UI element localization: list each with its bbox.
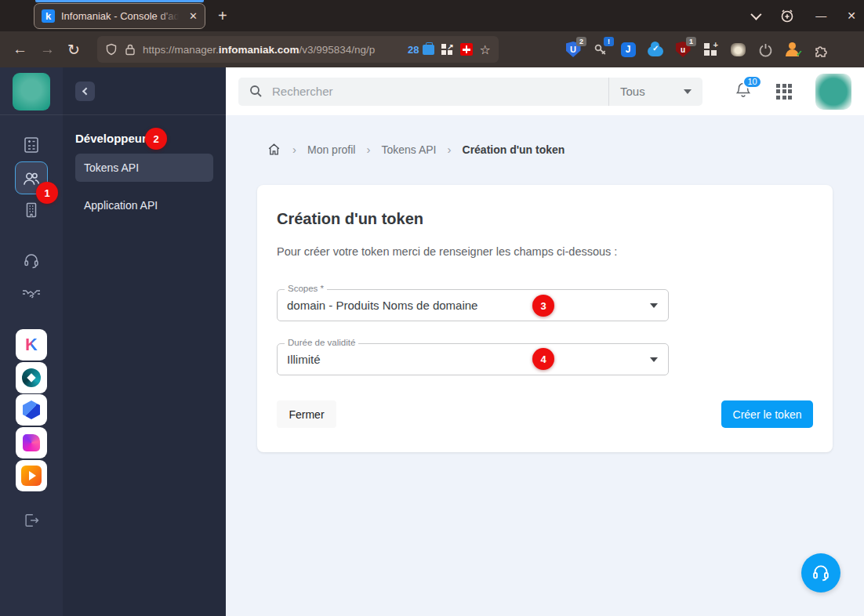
cloud-extension-icon[interactable]: ✓	[648, 42, 663, 57]
extension-row: U 2 ! J ✓ u 1 + ✓	[565, 42, 864, 57]
annotation-marker-3: 3	[532, 295, 554, 317]
user-avatar[interactable]	[815, 74, 851, 110]
browser-titlebar: k Infomaniak - Console d'adm ✕ + — ✕	[0, 0, 864, 31]
tab-title-fade	[157, 10, 179, 22]
browser-tab[interactable]: k Infomaniak - Console d'adm ✕	[34, 3, 205, 29]
close-button[interactable]: Fermer	[277, 400, 336, 428]
main-area: Tous 10 › Mon profi	[226, 67, 864, 616]
bookmark-star-icon[interactable]: ☆	[480, 42, 491, 57]
validity-label: Durée de validité	[285, 338, 358, 347]
app-shell: K Développeur Tokens API Application API	[0, 67, 864, 616]
headset-icon	[811, 563, 831, 583]
back-button[interactable]: ←	[13, 41, 27, 58]
token-creation-card: Création d'un token Pour créer votre tok…	[257, 185, 833, 452]
support-chat-button[interactable]	[801, 553, 840, 592]
app-teal-circle-icon[interactable]	[16, 362, 47, 393]
lock-icon[interactable]	[125, 43, 136, 56]
secondary-sidebar: Développeur Tokens API Application API	[63, 67, 226, 616]
partnership-handshake-icon[interactable]	[21, 287, 42, 303]
app-video-play-icon[interactable]	[16, 460, 47, 491]
breadcrumb-tokens-api[interactable]: Tokens API	[381, 143, 436, 156]
url-bar[interactable]: https://manager.infomaniak.com/v3/995834…	[97, 36, 499, 63]
logout-icon[interactable]	[23, 512, 40, 529]
swiss-flag-icon[interactable]	[460, 43, 473, 56]
alarm-clock-icon[interactable]	[779, 8, 795, 24]
search-bar[interactable]: Tous	[238, 78, 702, 106]
search-icon	[249, 85, 263, 98]
annotation-marker-4: 4	[532, 348, 554, 370]
blue-shield-extension-icon[interactable]: U 2	[565, 42, 581, 57]
minimize-button[interactable]: —	[815, 9, 826, 22]
support-headset-icon[interactable]	[22, 252, 41, 270]
chevron-right-icon: ›	[366, 143, 370, 156]
create-token-button[interactable]: Créer le token	[721, 400, 813, 428]
breadcrumb-current: Création d'un token	[463, 143, 565, 156]
products-calculator-icon[interactable]	[22, 136, 41, 154]
home-icon[interactable]	[267, 142, 281, 157]
app-kmeet-icon[interactable]	[16, 427, 47, 458]
new-tab-button[interactable]: +	[218, 6, 227, 25]
chevron-right-icon: ›	[448, 143, 452, 156]
validity-value: Illimité	[278, 344, 668, 375]
app-k-suite-icon[interactable]: K	[16, 329, 47, 361]
cat-extension-icon[interactable]	[730, 42, 746, 57]
validity-select[interactable]: Durée de validité Illimité	[277, 343, 669, 375]
scopes-label: Scopes *	[285, 284, 327, 293]
power-extension-icon[interactable]	[757, 42, 773, 57]
breadcrumb: › Mon profil › Tokens API › Création d'u…	[267, 142, 565, 157]
sidebar-item-application-api[interactable]: Application API	[75, 191, 213, 219]
menu-hamburger-icon[interactable]	[840, 42, 853, 57]
reload-button[interactable]: ↻	[67, 41, 80, 59]
tab-close-icon[interactable]: ✕	[189, 10, 198, 22]
puzzle-extensions-icon[interactable]	[812, 42, 828, 57]
chevron-right-icon: ›	[292, 143, 296, 156]
forward-button[interactable]: →	[40, 41, 55, 58]
page-title: Création d'un token	[277, 210, 423, 228]
main-header: Tous 10	[226, 67, 864, 115]
tab-title: Infomaniak - Console d'adm	[61, 10, 179, 22]
annotation-marker-1: 1	[36, 182, 58, 204]
person-check-extension-icon[interactable]: ✓	[785, 42, 800, 57]
scopes-select[interactable]: Scopes * domain - Produits Noms de domai…	[277, 289, 669, 321]
search-filter-dropdown[interactable]: Tous	[608, 78, 702, 106]
notifications-button[interactable]: 10	[734, 81, 753, 103]
breadcrumb-mon-profil[interactable]: Mon profil	[307, 143, 355, 156]
notification-count-badge: 10	[742, 75, 762, 89]
page-subtitle: Pour créer votre token merci de renseign…	[277, 245, 617, 258]
url-text: https://manager.infomaniak.com/v3/995834…	[143, 44, 401, 56]
scopes-value: domain - Produits Noms de domaine	[278, 290, 668, 321]
sidebar-item-tokens-api[interactable]: Tokens API	[75, 154, 213, 182]
sidebar-section-title: Développeur	[75, 132, 147, 145]
annotation-marker-2: 2	[145, 128, 167, 150]
caret-down-icon	[650, 303, 658, 308]
caret-down-icon	[684, 89, 692, 94]
container-tab-indicator: 28	[408, 44, 434, 56]
tab-list-chevron-icon[interactable]	[751, 9, 762, 20]
organization-logo[interactable]	[13, 73, 50, 111]
browser-toolbar: ← → ↻ https://manager.infomaniak.com/v3/…	[0, 31, 864, 67]
infomaniak-favicon-icon: k	[42, 9, 55, 23]
sidebar-collapse-button[interactable]	[75, 82, 95, 101]
tiles-arrow-icon[interactable]: ↗	[441, 44, 453, 56]
briefcase-container-icon	[423, 45, 434, 55]
apps-grid-icon[interactable]	[776, 84, 792, 100]
squares-plus-extension-icon[interactable]: +	[702, 42, 718, 57]
building-icon[interactable]	[22, 201, 41, 219]
app-blue-cube-icon[interactable]	[16, 394, 47, 426]
caret-down-icon	[650, 357, 658, 362]
key-extension-icon[interactable]: !	[593, 42, 608, 57]
primary-sidebar: K	[0, 67, 63, 616]
tracking-shield-icon[interactable]	[105, 43, 118, 56]
search-input[interactable]	[272, 85, 608, 98]
chevron-left-icon	[82, 88, 90, 96]
close-window-button[interactable]: ✕	[847, 9, 856, 22]
j-extension-icon[interactable]: J	[620, 42, 636, 57]
ublock-extension-icon[interactable]: u 1	[675, 42, 691, 57]
active-tab-accent	[35, 0, 204, 2]
